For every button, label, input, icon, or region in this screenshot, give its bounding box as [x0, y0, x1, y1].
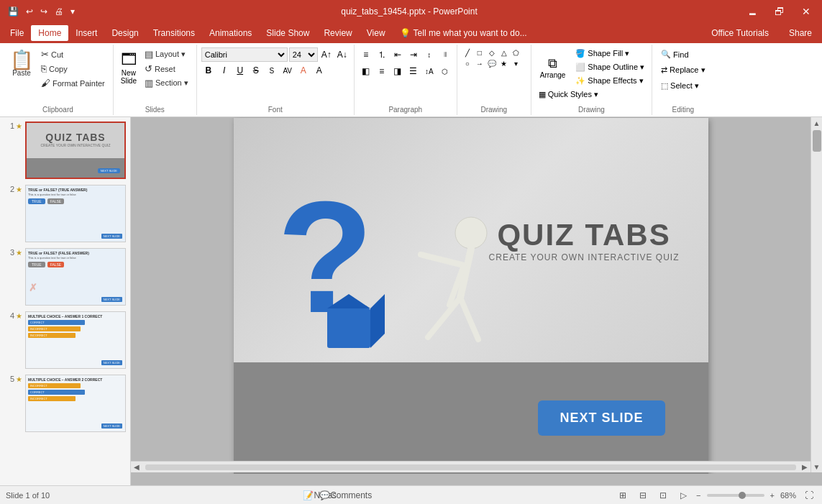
undo-icon[interactable]: ↩ — [24, 5, 35, 18]
text-highlight-button[interactable]: A — [312, 63, 326, 78]
align-center-button[interactable]: ≡ — [375, 64, 389, 78]
menu-home[interactable]: Home — [31, 25, 68, 41]
convert-to-smartart-button[interactable]: ⬡ — [438, 64, 452, 78]
reading-view-button[interactable]: ⊡ — [656, 488, 670, 503]
share-button[interactable]: Share — [782, 25, 819, 41]
slide-thumb-5[interactable]: 5 ★ MULTIPLE CHOICE – ANSWER 2 CORRECT I… — [3, 373, 127, 434]
italic-button[interactable]: I — [217, 63, 232, 78]
paste-button[interactable]: 📋 Paste — [7, 47, 36, 80]
horizontal-scrollbar[interactable]: ◀ ▶ — [131, 461, 810, 472]
font-family-select[interactable]: Calibri — [201, 47, 288, 62]
oval-shape[interactable]: ○ — [462, 58, 473, 68]
decrease-indent-button[interactable]: ⇤ — [391, 47, 405, 62]
layout-button[interactable]: ▤ Layout ▾ — [141, 47, 192, 61]
cut-button[interactable]: ✂ Cut — [37, 47, 109, 61]
format-painter-button[interactable]: 🖌 Format Painter — [37, 76, 109, 90]
quick-styles-button[interactable]: ▦ Quick Styles ▾ — [536, 88, 601, 101]
menu-tell-me[interactable]: 💡 Tell me what you want to do... — [393, 25, 534, 41]
menu-file[interactable]: File — [3, 25, 31, 41]
zoom-in-button[interactable]: + — [770, 491, 775, 500]
vertical-scrollbar[interactable]: ▲ ▼ — [810, 117, 822, 472]
align-right-button[interactable]: ◨ — [391, 64, 405, 78]
fit-to-window-button[interactable]: ⛶ — [802, 488, 816, 503]
copy-button[interactable]: ⎘ Copy — [37, 62, 109, 75]
star-icon-4: ★ — [16, 312, 22, 320]
quick-access-dropdown[interactable]: ▾ — [68, 5, 77, 18]
pentagon-shape[interactable]: ⬠ — [511, 47, 522, 58]
more-shapes[interactable]: ▾ — [511, 58, 522, 68]
triangle-shape[interactable]: △ — [498, 47, 510, 58]
maximize-button[interactable]: 🗗 — [769, 4, 790, 19]
bullets-button[interactable]: ≡ — [359, 47, 373, 62]
shape-outline-button[interactable]: ⬜ Shape Outline ▾ — [572, 61, 647, 73]
menu-design[interactable]: Design — [104, 25, 145, 41]
slide-thumb-1[interactable]: 1 ★ QUIZ TABS CREATE YOUR OWN INTERACTIV… — [3, 120, 127, 180]
quick-access-toolbar: 💾 ↩ ↪ 🖨 ▾ — [6, 5, 77, 18]
callout-shape[interactable]: 💬 — [486, 58, 498, 68]
shape-fill-button[interactable]: 🪣 Shape Fill ▾ — [572, 47, 647, 60]
scroll-right-button[interactable]: ▶ — [799, 462, 810, 473]
font-color-button[interactable]: A — [296, 63, 311, 78]
columns-button[interactable]: ⫴ — [438, 47, 452, 62]
underline-button[interactable]: U — [233, 63, 247, 78]
rect-shape[interactable]: □ — [474, 47, 485, 58]
next-slide-button[interactable]: NEXT SLIDE — [538, 400, 665, 436]
scroll-h-track[interactable] — [145, 464, 796, 470]
menu-insert[interactable]: Insert — [68, 25, 104, 41]
justify-button[interactable]: ☰ — [406, 64, 421, 78]
font-decrease-button[interactable]: A↓ — [335, 47, 350, 62]
star-shape[interactable]: ★ — [498, 58, 510, 68]
align-left-button[interactable]: ◧ — [359, 64, 373, 78]
new-slide-button[interactable]: 🗔 New Slide — [118, 47, 140, 88]
section-button[interactable]: ▥ Section ▾ — [141, 76, 192, 90]
reset-button[interactable]: ↺ Reset — [141, 62, 192, 75]
minimize-button[interactable]: 🗕 — [741, 4, 763, 19]
slide-thumb-4[interactable]: 4 ★ MULTIPLE CHOICE – ANSWER 1 CORRECT C… — [3, 310, 127, 370]
arrange-button[interactable]: ⧉ Arrange — [536, 53, 570, 82]
line-spacing-button[interactable]: ↕ — [422, 47, 437, 62]
print-icon[interactable]: 🖨 — [52, 5, 65, 18]
scroll-v-thumb[interactable] — [813, 130, 821, 152]
menu-view[interactable]: View — [360, 25, 393, 41]
font-size-select[interactable]: 24 — [289, 47, 318, 62]
normal-view-button[interactable]: ⊞ — [616, 488, 630, 503]
slide-thumb-3[interactable]: 3 ★ TRUE or FALSE? (FALSE ANSWER) This i… — [3, 247, 127, 307]
save-icon[interactable]: 💾 — [6, 5, 21, 18]
text-direction-button[interactable]: ↕A — [422, 64, 437, 78]
replace-button[interactable]: ⇄ Replace ▾ — [657, 63, 709, 77]
scroll-left-button[interactable]: ◀ — [131, 462, 142, 473]
bold-button[interactable]: B — [201, 63, 216, 78]
zoom-slider[interactable] — [707, 494, 764, 497]
slideshow-button[interactable]: ▷ — [676, 488, 690, 503]
strikethrough-button[interactable]: S — [249, 63, 263, 78]
menu-slideshow[interactable]: Slide Show — [259, 25, 316, 41]
scroll-down-button[interactable]: ▼ — [811, 461, 823, 472]
line-shape[interactable]: ╱ — [462, 47, 473, 58]
menu-transitions[interactable]: Transitions — [146, 25, 202, 41]
numbering-button[interactable]: ⒈ — [375, 47, 389, 62]
scroll-up-button[interactable]: ▲ — [811, 117, 823, 129]
arrow-shape[interactable]: → — [474, 58, 485, 68]
menu-review[interactable]: Review — [316, 25, 359, 41]
slide-sorter-button[interactable]: ⊟ — [636, 488, 650, 503]
redo-icon[interactable]: ↪ — [38, 5, 50, 18]
diamond-shape[interactable]: ◇ — [486, 47, 498, 58]
select-button[interactable]: ⬚ Select ▾ — [657, 79, 703, 93]
menu-animations[interactable]: Animations — [202, 25, 259, 41]
office-tutorials-btn[interactable]: Office Tutorials — [704, 25, 776, 41]
scroll-v-track[interactable] — [811, 129, 823, 461]
find-button[interactable]: 🔍 Find — [657, 47, 693, 61]
shape-effects-button[interactable]: ✨ Shape Effects ▾ — [572, 75, 647, 87]
zoom-thumb[interactable] — [739, 492, 746, 499]
comments-button[interactable]: 💬 Comments — [339, 488, 353, 503]
slide-image-5: MULTIPLE CHOICE – ANSWER 2 CORRECT INCOR… — [25, 375, 126, 432]
close-button[interactable]: ✕ — [796, 4, 816, 19]
star-icon-2: ★ — [16, 185, 22, 193]
char-spacing-button[interactable]: AV — [280, 63, 295, 78]
font-increase-button[interactable]: A↑ — [319, 47, 334, 62]
shapes-grid: ╱ □ ◇ △ ⬠ ○ → 💬 ★ ▾ — [462, 47, 526, 68]
increase-indent-button[interactable]: ⇥ — [406, 47, 421, 62]
shadow-button[interactable]: S — [265, 63, 279, 78]
slide-thumb-2[interactable]: 2 ★ TRUE or FALSE? (TRUE ANSWER) This is… — [3, 183, 127, 244]
zoom-out-button[interactable]: − — [696, 491, 700, 500]
